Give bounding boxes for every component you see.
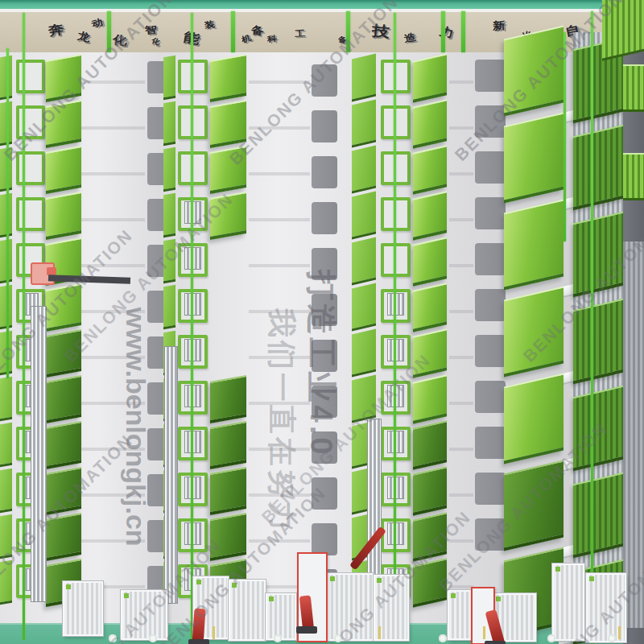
- rack-panel-right: [210, 421, 246, 469]
- rack-panel-right: [413, 237, 447, 287]
- rack-panel-right: [413, 53, 447, 103]
- rack-panel-right: [210, 467, 246, 515]
- rack-panel-right: [413, 145, 447, 195]
- rack-top-stub: [231, 11, 235, 52]
- aisle-beam-shadow: [449, 80, 473, 84]
- rack-panel-right: [413, 283, 447, 332]
- rack-slat-stack: [164, 346, 178, 604]
- vertical-green-rail: [591, 11, 593, 644]
- big-rack-panel-ribbed: [573, 473, 623, 558]
- rack-panel-right: [413, 466, 447, 516]
- vertical-green-rail: [6, 48, 9, 378]
- big-rack-panel-left: [504, 373, 564, 464]
- rack-cast-shadow: [475, 289, 506, 321]
- rack-panel-left: [352, 192, 376, 240]
- rack-panel-right: [46, 192, 81, 240]
- floor-dash: [213, 626, 215, 639]
- fallen-character-glyph: 备: [250, 23, 265, 39]
- aisle-beam-shadow: [449, 402, 473, 405]
- rack-panel-right: [413, 374, 447, 424]
- rack-top-stub: [461, 11, 465, 52]
- rack-panel-right: [210, 54, 246, 102]
- rack-cast-shadow: [312, 110, 337, 142]
- floor-dot: [547, 634, 555, 642]
- big-rack-panel-left: [504, 112, 564, 203]
- fallen-character-glyph: 龙: [76, 30, 91, 46]
- rack-top-stub: [441, 11, 445, 52]
- rack-panel-left: [163, 101, 175, 147]
- rack-panel-left: [352, 237, 376, 286]
- rack-panel-right: [210, 375, 246, 423]
- rack-panel-left: [0, 423, 12, 468]
- rack-cast-shadow: [475, 427, 506, 459]
- edge-ribbed-panel: [623, 153, 644, 200]
- aisle-beam-shadow: [449, 448, 473, 451]
- rack-cast-shadow: [312, 156, 337, 188]
- edge-ribbed-panel: [623, 64, 644, 112]
- watermark-url: www.benlongkj.cn: [120, 307, 151, 546]
- rack-panel-right: [46, 375, 81, 423]
- aisle-beam-shadow: [249, 172, 310, 175]
- aisle-beam-shadow: [249, 218, 310, 221]
- rack-panel-left: [163, 285, 175, 330]
- rack-cast-shadow: [475, 243, 506, 275]
- rack-panel-right: [46, 146, 81, 194]
- rack-cast-shadow: [475, 151, 506, 184]
- rack-panel-left: [352, 54, 376, 102]
- factory-render-scene: www.benlongkj.cn 打造工业4.0 我们一直在努力 奔龙动化智能装…: [0, 0, 644, 644]
- rack-panel-left: [0, 377, 12, 422]
- rack-panel-right: [46, 421, 81, 469]
- floor-dot: [149, 634, 157, 642]
- red-robot-base: [188, 639, 209, 644]
- aisle-beam-shadow: [449, 126, 473, 130]
- rack-panel-left: [352, 100, 376, 148]
- rack-frame-col1: [16, 197, 45, 231]
- rack-cast-shadow: [475, 60, 506, 92]
- watermark-slogan-1: 打造工业4.0: [300, 270, 341, 458]
- aisle-beam-shadow: [449, 356, 473, 359]
- aisle-beam-shadow: [249, 264, 310, 267]
- rack-cast-shadow: [475, 381, 506, 413]
- rack-panel-left: [352, 329, 376, 378]
- rack-panel-left: [163, 56, 175, 101]
- red-robot-base: [485, 641, 506, 644]
- rack-panel-left: [163, 147, 175, 192]
- floor-dash: [378, 626, 381, 639]
- floor-dot: [439, 634, 447, 642]
- fallen-character-glyph: 奔: [47, 20, 66, 39]
- floor-dash: [483, 626, 485, 639]
- floor-dot: [274, 634, 282, 642]
- aisle-beam-shadow: [449, 264, 473, 267]
- fallen-character-glyph: 科: [266, 33, 277, 45]
- rack-slat-stack: [31, 306, 47, 602]
- rack-panel-left: [163, 193, 175, 238]
- fallen-character-glyph: 造: [403, 31, 417, 46]
- red-robot-base: [296, 626, 317, 634]
- conveyor-dock: [63, 581, 103, 636]
- vertical-green-rail: [394, 13, 396, 640]
- vertical-green-rail: [191, 13, 193, 640]
- fallen-character-glyph: 新: [492, 19, 506, 34]
- aisle-beam-shadow: [449, 493, 473, 497]
- aisle-beam-shadow: [449, 172, 473, 175]
- floor-dash: [618, 626, 621, 639]
- conveyor-dock: [266, 593, 296, 640]
- fallen-character-glyph: 装: [204, 19, 217, 32]
- rack-panel-left: [352, 283, 376, 332]
- rack-panel-right: [413, 420, 447, 470]
- rack-panel-right: [413, 191, 447, 241]
- rack-panel-left: [0, 469, 12, 514]
- rack-cast-shadow: [475, 197, 506, 229]
- floor-dot: [608, 634, 616, 642]
- rack-frame-col1: [16, 60, 45, 93]
- big-rack-panel-left: [504, 199, 564, 290]
- aisle-beam-shadow: [449, 310, 473, 313]
- rack-cast-shadow: [312, 202, 337, 234]
- big-rack-panel-ribbed: [573, 125, 623, 210]
- rack-panel-right: [413, 99, 447, 149]
- rack-cast-shadow: [312, 523, 337, 555]
- rack-panel-left: [352, 146, 376, 194]
- rack-cast-shadow: [475, 335, 506, 367]
- top-teal-bar: [0, 0, 644, 9]
- rack-cast-shadow: [475, 473, 506, 505]
